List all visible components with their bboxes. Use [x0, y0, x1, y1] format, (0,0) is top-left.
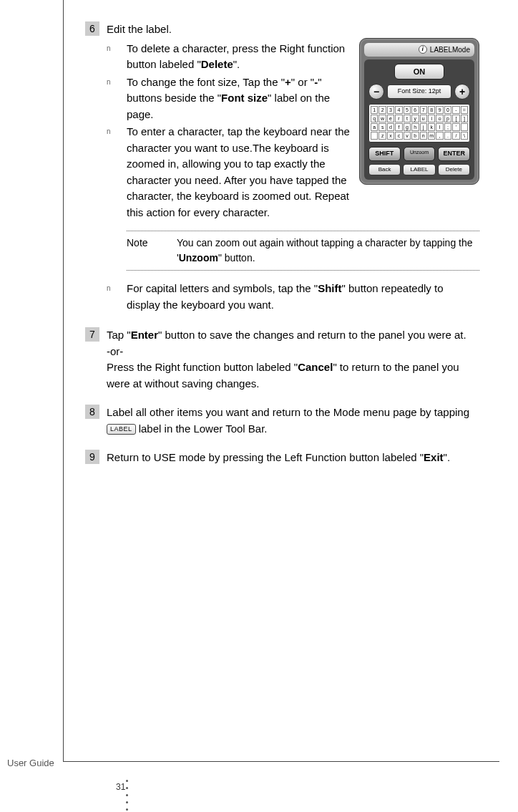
keyboard-key: [ — [452, 115, 459, 122]
keyboard-key: - — [452, 106, 459, 114]
label-inline-button: LABEL — [107, 424, 136, 435]
keyboard-key: . — [444, 132, 451, 140]
keyboard-key: ] — [461, 115, 468, 122]
bullet-6-3: To enter a character, tap the keyboard n… — [127, 124, 352, 221]
minus-button: − — [368, 84, 384, 100]
bullet-mark: n — [107, 281, 127, 313]
keyboard-key: i — [428, 115, 435, 122]
keyboard-key: q — [371, 115, 378, 122]
keyboard-key: s — [378, 123, 386, 131]
on-button: ON — [394, 64, 444, 80]
enter-button: ENTER — [438, 147, 470, 161]
back-softkey: Back — [368, 164, 401, 175]
keyboard-key: w — [378, 115, 386, 122]
keyboard-key: z — [378, 132, 386, 140]
keyboard-key: o — [436, 115, 443, 122]
page-number: 31 — [116, 780, 125, 793]
keyboard-key: h — [411, 123, 419, 131]
bullet-6-4: For capital letters and symbols, tap the… — [127, 281, 479, 313]
bullet-mark: n — [107, 74, 127, 123]
keyboard-key: d — [387, 123, 394, 131]
step-number-9: 9 — [85, 450, 99, 464]
step-number-7: 7 — [85, 327, 99, 342]
keyboard-key: 4 — [395, 106, 402, 114]
device-header-text: LABELMode — [430, 44, 470, 55]
keyboard-key: ' — [452, 123, 459, 131]
step-number-6: 6 — [85, 21, 99, 36]
step-7-body: Tap "Enter" button to save the changes a… — [107, 327, 479, 392]
fontsize-label: Font Size: 12pt — [387, 84, 451, 99]
keyboard-key: c — [395, 132, 402, 140]
keyboard-key: e — [387, 115, 394, 122]
keyboard-key: 1 — [371, 106, 378, 114]
label-softkey: LABEL — [403, 164, 435, 175]
keyboard-key: n — [420, 132, 427, 140]
keyboard-key: u — [420, 115, 427, 122]
keyboard-key: t — [404, 115, 411, 122]
keyboard-key: 6 — [411, 106, 419, 114]
keyboard-key: = — [461, 106, 468, 114]
step-6-title: Edit the label. — [107, 21, 479, 38]
keyboard-key: 7 — [420, 106, 427, 114]
step-9-body: Return to USE mode by pressing the Left … — [107, 450, 479, 466]
bullet-6-1: To delete a character, press the Right f… — [127, 41, 352, 73]
keyboard-key: r — [395, 115, 402, 122]
device-mock: i LABELMode ON − Font Size: 12pt + 12345… — [359, 38, 479, 185]
keyboard-key: y — [411, 115, 419, 122]
keyboard-key: l — [436, 123, 443, 131]
keyboard-key: f — [395, 123, 402, 131]
bullet-mark: n — [107, 41, 127, 73]
unzoom-button: Unzoom — [404, 147, 436, 161]
keyboard-key: g — [404, 123, 411, 131]
plus-button: + — [454, 84, 470, 100]
keyboard-key: 8 — [428, 106, 435, 114]
keyboard-key: m — [428, 132, 435, 140]
keyboard-key: x — [387, 132, 394, 140]
info-icon: i — [419, 45, 427, 54]
keyboard-key: 3 — [387, 106, 394, 114]
keyboard-key — [371, 132, 378, 140]
keyboard-key: 9 — [436, 106, 443, 114]
footer-dots — [126, 780, 128, 811]
bullet-mark: n — [107, 124, 127, 221]
keyboard-key: a — [371, 123, 378, 131]
note-text: You can zoom out again without tapping a… — [177, 236, 479, 266]
keyboard: 1234567890-=qwertyuiop[]asdfghjkl;' zxcv… — [368, 104, 470, 142]
keyboard-key: b — [411, 132, 419, 140]
keyboard-key: ; — [444, 123, 451, 131]
keyboard-key: 5 — [404, 106, 411, 114]
keyboard-key: k — [428, 123, 435, 131]
delete-softkey: Delete — [438, 164, 470, 175]
keyboard-key: p — [444, 115, 451, 122]
keyboard-key — [461, 123, 468, 131]
keyboard-key: 2 — [378, 106, 386, 114]
shift-button: SHIFT — [368, 147, 401, 161]
note-box: Note You can zoom out again without tapp… — [127, 231, 479, 271]
bullet-6-2: To change the font size, Tap the "+" or … — [127, 74, 352, 123]
keyboard-key: v — [404, 132, 411, 140]
step-8-body: Label all other items you want and retur… — [107, 405, 479, 437]
keyboard-key: 0 — [444, 106, 451, 114]
keyboard-key: j — [420, 123, 427, 131]
keyboard-key: \ — [461, 132, 468, 140]
footer-user-guide: User Guide — [7, 756, 54, 770]
step-number-8: 8 — [85, 405, 99, 419]
note-label: Note — [127, 236, 177, 266]
keyboard-key: / — [452, 132, 459, 140]
keyboard-key: , — [436, 132, 443, 140]
